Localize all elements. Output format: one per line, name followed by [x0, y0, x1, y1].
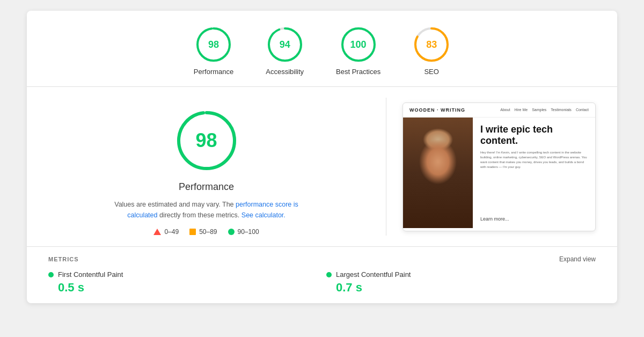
- legend-label-green: 90–100: [238, 228, 259, 236]
- metrics-grid: First Contentful Paint 0.5 s Largest Con…: [48, 270, 596, 295]
- big-score-circle: 98: [174, 108, 239, 173]
- score-label-accessibility: Accessibility: [266, 68, 304, 76]
- score-label-seo: SEO: [424, 68, 438, 76]
- score-label-performance: Performance: [194, 68, 233, 76]
- preview-cta: Learn more...: [480, 216, 588, 222]
- legend: 0–49 50–89 90–100: [153, 228, 259, 236]
- metrics-header: METRICS Expand view: [48, 255, 596, 263]
- preview-nav: WOODEN · WRITING About Hire Me Samples T…: [403, 103, 595, 118]
- score-item-performance: 98 Performance: [194, 26, 233, 76]
- metric-dot-lcp: [326, 272, 332, 277]
- website-preview: WOODEN · WRITING About Hire Me Samples T…: [402, 102, 596, 231]
- main-card: 98 Performance 94 Accessibility 10: [27, 11, 617, 303]
- metric-item-lcp: Largest Contentful Paint 0.7 s: [326, 270, 596, 295]
- metric-header-lcp: Largest Contentful Paint: [326, 270, 596, 279]
- preview-content: I write epic tech content. Hey there! I'…: [473, 118, 595, 228]
- preview-body-text: Hey there! I'm Kevin, and I write compel…: [480, 150, 588, 170]
- legend-dot-icon: [228, 229, 235, 235]
- metric-name-lcp: Largest Contentful Paint: [336, 270, 411, 279]
- score-value-accessibility: 94: [280, 39, 290, 50]
- big-score-label: Performance: [179, 181, 234, 193]
- score-value-seo: 83: [426, 39, 437, 50]
- right-panel: WOODEN · WRITING About Hire Me Samples T…: [386, 98, 596, 236]
- main-content: 98 Performance Values are estimated and …: [27, 87, 617, 247]
- preview-nav-samples: Samples: [532, 108, 546, 112]
- description: Values are estimated and may vary. The p…: [105, 199, 309, 221]
- preview-nav-testimonials: Testimonials: [551, 108, 572, 112]
- metric-header-fcp: First Contentful Paint: [48, 270, 318, 279]
- legend-square-icon: [189, 229, 196, 235]
- score-circle-seo: 83: [413, 26, 450, 63]
- legend-label-red: 0–49: [164, 228, 179, 236]
- score-value-best-practices: 100: [350, 39, 367, 50]
- preview-nav-links: About Hire Me Samples Testimonials Conta…: [500, 108, 589, 112]
- legend-item-green: 90–100: [228, 228, 259, 236]
- legend-label-orange: 50–89: [199, 228, 217, 236]
- big-score-value: 98: [195, 129, 217, 152]
- preview-nav-hireme: Hire Me: [515, 108, 528, 112]
- score-row: 98 Performance 94 Accessibility 10: [27, 11, 617, 87]
- score-circle-best-practices: 100: [340, 26, 377, 63]
- metric-item-fcp: First Contentful Paint 0.5 s: [48, 270, 318, 295]
- legend-item-red: 0–49: [153, 228, 179, 236]
- preview-nav-about: About: [500, 108, 510, 112]
- score-value-performance: 98: [208, 39, 219, 50]
- expand-view-button[interactable]: Expand view: [559, 255, 596, 263]
- preview-heading: I write epic tech content.: [480, 124, 588, 147]
- legend-triangle-icon: [153, 229, 161, 235]
- preview-nav-contact: Contact: [576, 108, 589, 112]
- metrics-title: METRICS: [48, 256, 79, 262]
- calculator-link[interactable]: See calculator.: [241, 211, 286, 219]
- legend-item-orange: 50–89: [189, 228, 217, 236]
- metric-value-lcp: 0.7 s: [326, 281, 596, 295]
- score-item-seo: 83 SEO: [413, 26, 450, 76]
- score-label-best-practices: Best Practices: [336, 68, 380, 76]
- preview-face: [403, 118, 473, 228]
- preview-image: [403, 118, 473, 228]
- preview-brand: WOODEN · WRITING: [409, 107, 465, 113]
- score-circle-accessibility: 94: [266, 26, 304, 63]
- score-item-accessibility: 94 Accessibility: [266, 26, 304, 76]
- metrics-section: METRICS Expand view First Contentful Pai…: [27, 247, 617, 303]
- metric-value-fcp: 0.5 s: [48, 281, 318, 295]
- metric-name-fcp: First Contentful Paint: [58, 270, 123, 279]
- metric-dot-fcp: [48, 272, 54, 277]
- score-circle-performance: 98: [195, 26, 232, 63]
- left-panel: 98 Performance Values are estimated and …: [48, 98, 386, 236]
- score-item-best-practices: 100 Best Practices: [336, 26, 380, 76]
- preview-body: I write epic tech content. Hey there! I'…: [403, 118, 595, 228]
